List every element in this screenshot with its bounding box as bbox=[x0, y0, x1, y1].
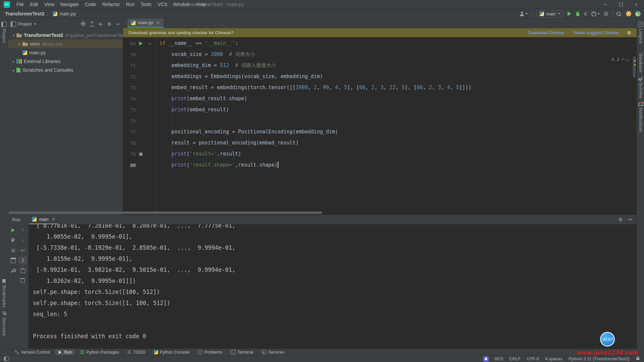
code-line-70[interactable]: vocab_size = 2000 # 词表大小 bbox=[159, 49, 633, 60]
run-tab-main[interactable]: main ✕ bbox=[29, 215, 58, 224]
prev-problem-icon[interactable] bbox=[621, 58, 625, 62]
rerun-icon[interactable] bbox=[10, 227, 16, 234]
locate-file-icon[interactable] bbox=[81, 22, 86, 26]
panel-settings-gear-icon[interactable]: ⚙ bbox=[107, 22, 111, 26]
code-line-78[interactable]: result = positional_encoding(embed_resul… bbox=[159, 137, 633, 148]
up-icon[interactable]: ↑ bbox=[19, 227, 26, 234]
debug-button[interactable] bbox=[575, 11, 580, 16]
search-everywhere-icon[interactable] bbox=[616, 12, 621, 16]
code-line-79[interactable]: print('result=',result) bbox=[159, 148, 633, 160]
menu-view[interactable]: View bbox=[41, 0, 57, 9]
menu-navigate[interactable]: Navigate bbox=[57, 0, 82, 9]
gutter-row[interactable]: 79 bbox=[123, 148, 156, 160]
tool-window-button-todo[interactable]: TODO bbox=[124, 349, 148, 355]
tool-window-button-services[interactable]: Services bbox=[259, 349, 287, 355]
down-icon[interactable]: ↓ bbox=[19, 237, 26, 244]
menu-tools[interactable]: Tools bbox=[138, 0, 155, 9]
menu-file[interactable]: File bbox=[13, 0, 27, 9]
tab-main-py[interactable]: main.py ✕ bbox=[127, 18, 163, 28]
code-line-80[interactable]: print('result.shape=',result.shape) bbox=[159, 160, 633, 171]
layout-icon[interactable] bbox=[10, 257, 16, 264]
expand-icon[interactable] bbox=[90, 22, 94, 26]
inspections-widget[interactable]: A 3 bbox=[611, 57, 629, 62]
tab-close-icon[interactable]: ✕ bbox=[157, 20, 160, 25]
gutter-row[interactable]: 70 bbox=[123, 49, 156, 60]
ai-assistant-icon[interactable] bbox=[483, 356, 489, 362]
gutter-row[interactable]: 73 bbox=[123, 82, 156, 93]
run-settings-gear-icon[interactable]: ⚙ bbox=[618, 217, 623, 222]
gutter-row[interactable]: 74 bbox=[123, 93, 156, 104]
tree-row-transformertest2[interactable]: ▾TransformerTest2D:\python_pro\Transform… bbox=[8, 31, 123, 40]
code-editor[interactable]: 697071727374757677787980 if __name__ == … bbox=[123, 37, 637, 215]
code-line-69[interactable]: if __name__ == '__main__': bbox=[159, 38, 633, 49]
tool-strip-item-lingma[interactable]: Lingma bbox=[637, 22, 644, 44]
gutter-row[interactable]: 80 bbox=[123, 160, 156, 171]
gutter-row[interactable]: 75 bbox=[123, 104, 156, 115]
tree-row-main-py[interactable]: main.py bbox=[8, 48, 123, 57]
run-button[interactable] bbox=[568, 11, 571, 16]
run-line-icon[interactable] bbox=[139, 42, 143, 46]
fold-icon[interactable] bbox=[148, 41, 152, 45]
tool-strip-item-bookmarks[interactable]: Bookmarks bbox=[0, 279, 8, 308]
project-panel-title[interactable]: Project bbox=[18, 21, 32, 26]
python-interpreter[interactable]: Python 3.11 (TransformerTest2) bbox=[569, 356, 630, 361]
tree-row-scratches-and-consoles[interactable]: ▸Scratches and Consoles bbox=[8, 66, 123, 74]
run-config-selector[interactable]: main bbox=[536, 10, 563, 18]
user-account-button[interactable] bbox=[520, 12, 528, 16]
tool-window-button-python-console[interactable]: Python Console bbox=[151, 349, 192, 355]
ide-update-icon[interactable]: ↑ bbox=[626, 11, 631, 16]
gutter-row[interactable]: 69 bbox=[123, 38, 156, 49]
settings-icon[interactable] bbox=[10, 237, 16, 244]
code-line-72[interactable]: embeddings = Embeddings(vocab_size, embe… bbox=[159, 71, 633, 82]
run-hide-panel-icon[interactable] bbox=[629, 219, 632, 220]
tool-window-button-version-control[interactable]: Version Control bbox=[12, 349, 52, 355]
code-line-76[interactable] bbox=[159, 115, 633, 126]
tool-window-button-problems[interactable]: Problems bbox=[195, 349, 225, 355]
tool-strip-item-notifications[interactable]: Notifications bbox=[637, 102, 644, 133]
breadcrumb-project[interactable]: TransformerTest2 bbox=[5, 11, 44, 16]
menu-vcs[interactable]: VCS bbox=[155, 0, 170, 9]
code-line-73[interactable]: embed_result = embeddings(torch.tensor([… bbox=[159, 82, 633, 93]
readonly-lock-icon[interactable] bbox=[636, 358, 639, 360]
caret-position[interactable]: 80:5 bbox=[495, 356, 503, 361]
ide-features-icon[interactable] bbox=[635, 11, 641, 16]
maximize-button[interactable] bbox=[613, 0, 629, 9]
code-line-74[interactable]: print(embed_result.shape) bbox=[159, 93, 633, 104]
tool-window-layout-icon[interactable] bbox=[4, 357, 9, 361]
code-line-77[interactable]: positional_encoding = PositionalEncoding… bbox=[159, 126, 633, 137]
run-tab-close-icon[interactable]: ✕ bbox=[52, 217, 55, 222]
stop-button[interactable] bbox=[604, 12, 608, 16]
next-problem-icon[interactable] bbox=[626, 57, 630, 61]
profiler-button[interactable] bbox=[591, 11, 600, 16]
pin-icon[interactable] bbox=[10, 267, 16, 274]
breadcrumb-file[interactable]: main.py bbox=[59, 11, 76, 16]
stop-icon[interactable] bbox=[10, 247, 16, 254]
tool-strip-item-database[interactable]: Database bbox=[637, 47, 644, 73]
tool-window-button-python-packages[interactable]: Python Packages bbox=[77, 349, 121, 355]
menu-run[interactable]: Run bbox=[123, 0, 138, 9]
tool-strip-item-structure[interactable]: Structure bbox=[0, 311, 8, 336]
file-encoding[interactable]: UTF-8 bbox=[527, 356, 539, 361]
gutter-row[interactable]: 72 bbox=[123, 71, 156, 82]
collapse-all-icon[interactable] bbox=[99, 24, 102, 24]
hide-panel-icon[interactable] bbox=[116, 24, 119, 24]
print-icon[interactable] bbox=[19, 267, 26, 274]
tree-row-venv[interactable]: ▸venvlibrary root bbox=[8, 40, 123, 48]
menu-code[interactable]: Code bbox=[82, 0, 99, 9]
gutter-row[interactable]: 78 bbox=[123, 137, 156, 148]
menu-refactor[interactable]: Refactor bbox=[99, 0, 123, 9]
menu-edit[interactable]: Edit bbox=[27, 0, 41, 9]
editor-vertical-scrollbar[interactable] bbox=[633, 56, 636, 78]
clear-icon[interactable] bbox=[19, 277, 26, 284]
banner-download-link[interactable]: Download Chinese bbox=[528, 30, 564, 35]
banner-settings-gear-icon[interactable]: ⚙ bbox=[627, 31, 631, 35]
tree-row-external-libraries[interactable]: ▸External Libraries bbox=[8, 57, 123, 66]
line-separator[interactable]: CRLF bbox=[509, 356, 521, 361]
soft-wrap-icon[interactable]: ↩ bbox=[19, 247, 26, 254]
tool-window-button-run[interactable]: Run bbox=[55, 349, 74, 355]
coverage-button[interactable]: C bbox=[584, 11, 587, 16]
tool-window-button-terminal[interactable]: Terminal bbox=[228, 349, 256, 355]
minimize-button[interactable] bbox=[598, 0, 613, 9]
gutter-row[interactable]: 76 bbox=[123, 115, 156, 126]
gutter-row[interactable]: 77 bbox=[123, 126, 156, 137]
